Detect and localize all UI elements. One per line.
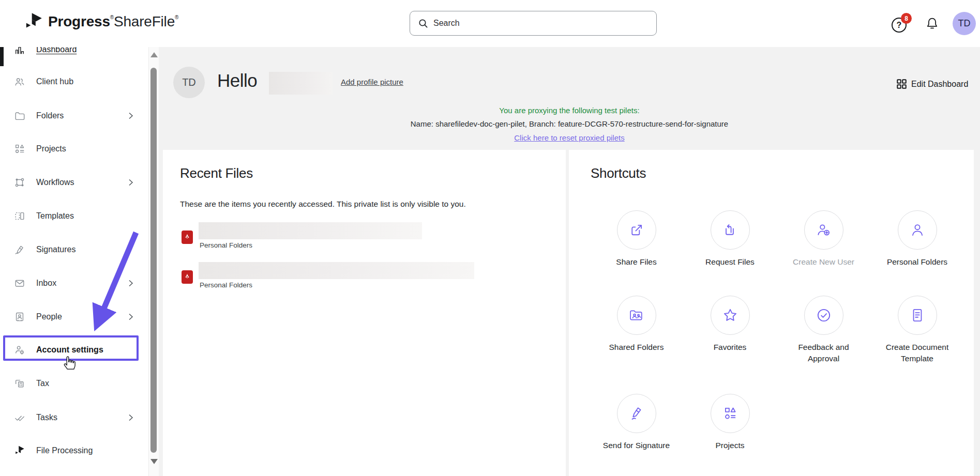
- shortcut-create-new-user[interactable]: Create New User: [777, 210, 870, 296]
- shortcut-label: Shared Folders: [609, 342, 664, 353]
- sidebar-item-client-hub[interactable]: Client hub: [0, 70, 147, 93]
- inbox-envelope-icon: [14, 278, 25, 289]
- shortcut-favorites[interactable]: Favorites: [683, 296, 777, 394]
- shortcut-share-files[interactable]: Share Files: [590, 210, 683, 296]
- shortcut-circle: [804, 296, 843, 335]
- shortcut-circle: [711, 394, 750, 433]
- sidebar-item-file-processing[interactable]: File Processing: [0, 439, 147, 462]
- redacted-file-name: [199, 222, 422, 239]
- shortcut-label: Create Document Template: [882, 342, 953, 364]
- sidebar-item-inbox[interactable]: Inbox: [0, 272, 147, 295]
- shortcut-personal-folders[interactable]: Personal Folders: [870, 210, 964, 296]
- pdf-file-icon: [182, 270, 193, 284]
- shortcut-circle: [711, 296, 750, 335]
- sidebar-item-label: People: [36, 312, 62, 321]
- create-document-template-icon: [909, 307, 926, 324]
- file-processing-icon: [14, 445, 25, 456]
- progress-logo-icon: [23, 11, 44, 32]
- shortcut-label: Feedback and Approval: [788, 342, 860, 364]
- recent-file-item[interactable]: Personal Folders: [163, 262, 525, 298]
- recent-files-card: Recent Files These are the items you rec…: [163, 150, 566, 476]
- shortcut-circle: [804, 210, 843, 250]
- search-icon: [418, 19, 428, 28]
- recent-files-description: These are the items you recently accesse…: [180, 199, 466, 209]
- recent-files-title: Recent Files: [180, 165, 253, 181]
- edit-dashboard-button[interactable]: Edit Dashboard: [897, 79, 968, 89]
- scrollbar-down-arrow[interactable]: [150, 459, 158, 464]
- shortcut-create-document-template[interactable]: Create Document Template: [870, 296, 964, 394]
- help-badge: 8: [901, 13, 912, 24]
- user-avatar[interactable]: TD: [953, 12, 976, 35]
- sidebar-scrollbar-thumb[interactable]: [150, 68, 157, 453]
- recent-file-item[interactable]: Personal Folders: [163, 222, 525, 258]
- notifications-bell-icon[interactable]: [925, 16, 939, 31]
- sidebar-item-label: Folders: [36, 111, 64, 120]
- shortcut-label: Create New User: [793, 256, 854, 268]
- chevron-right-icon: [126, 412, 136, 423]
- shortcut-send-for-signature[interactable]: Send for Signature: [590, 394, 683, 451]
- sidebar-item-templates[interactable]: Templates: [0, 205, 147, 227]
- chevron-right-icon: [126, 177, 136, 188]
- create-new-user-icon: [816, 222, 832, 238]
- share-files-icon: [628, 222, 645, 238]
- reset-proxied-pilets-link[interactable]: Click here to reset proxied pilets: [514, 133, 624, 142]
- shortcut-circle: [617, 210, 656, 250]
- shortcuts-title: Shortcuts: [591, 165, 646, 181]
- shortcut-circle: [617, 394, 656, 433]
- shortcut-label: Send for Signature: [603, 440, 670, 451]
- greeting-text: Hello: [217, 70, 257, 91]
- dashboard-grid-icon: [897, 79, 907, 89]
- shortcuts-card: Shortcuts Share Files: [569, 150, 974, 476]
- sharefile-dashboard: Progress®ShareFile® ? 8 TD Dashboard: [0, 0, 980, 476]
- proxy-notice: You are proxying the following test pile…: [159, 106, 980, 143]
- shortcut-label: Projects: [716, 440, 745, 451]
- sidebar-item-people[interactable]: People: [0, 305, 147, 328]
- sidebar-item-account-settings[interactable]: Account settings: [0, 339, 147, 361]
- projects-icon: [14, 143, 25, 155]
- sidebar-item-label: Templates: [36, 211, 74, 221]
- templates-icon: [14, 210, 25, 222]
- sidebar-item-dashboard[interactable]: Dashboard: [0, 47, 147, 61]
- folder-icon: [14, 110, 25, 121]
- help-button[interactable]: ? 8: [892, 16, 914, 36]
- sidebar-nav: Dashboard Client hub Folders: [0, 47, 159, 476]
- tasks-double-check-icon: [14, 412, 25, 423]
- sidebar-item-label: Client hub: [36, 77, 73, 86]
- sidebar-item-projects[interactable]: Projects: [0, 137, 147, 160]
- shortcut-feedback-approval[interactable]: Feedback and Approval: [777, 296, 870, 394]
- shortcut-projects[interactable]: Projects: [683, 394, 777, 451]
- sidebar-item-tax[interactable]: Tax: [0, 372, 147, 395]
- sidebar-item-workflows[interactable]: Workflows: [0, 171, 147, 194]
- shortcut-shared-folders[interactable]: Shared Folders: [590, 296, 683, 394]
- dashboard-icon: [14, 47, 25, 55]
- top-header: Progress®ShareFile® ? 8 TD: [0, 0, 980, 47]
- sidebar-item-label: Account settings: [36, 345, 103, 355]
- sidebar-item-folders[interactable]: Folders: [0, 104, 147, 127]
- shortcut-label: Personal Folders: [887, 256, 947, 268]
- sidebar-item-label: Tasks: [36, 413, 57, 422]
- sidebar-item-label: Projects: [36, 144, 66, 153]
- send-for-signature-pen-icon: [628, 405, 645, 422]
- sidebar-item-label: Workflows: [36, 178, 74, 187]
- request-files-icon: [722, 222, 738, 238]
- sidebar-item-label: File Processing: [36, 446, 93, 455]
- logo-wordmark: Progress®ShareFile®: [48, 13, 178, 30]
- personal-folders-icon: [909, 222, 926, 238]
- shortcut-circle: [898, 296, 937, 335]
- sidebar-item-tasks[interactable]: Tasks: [0, 406, 147, 429]
- scrollbar-up-arrow[interactable]: [150, 52, 158, 57]
- edit-dashboard-label: Edit Dashboard: [911, 80, 968, 89]
- pdf-file-icon: [182, 231, 193, 244]
- proxy-notice-line2: Name: sharefiledev-doc-gen-pilet, Branch…: [159, 119, 980, 128]
- tax-icon: [14, 378, 25, 389]
- chevron-right-icon: [126, 312, 136, 322]
- global-search[interactable]: [410, 11, 657, 36]
- chevron-right-icon: [126, 278, 136, 288]
- sidebar-item-signatures[interactable]: Signatures: [0, 238, 147, 261]
- progress-sharefile-logo: Progress®ShareFile®: [23, 11, 178, 32]
- add-profile-picture-link[interactable]: Add profile picture: [341, 78, 403, 86]
- shortcut-circle: [617, 296, 656, 335]
- shortcut-request-files[interactable]: Request Files: [683, 210, 777, 296]
- search-input[interactable]: [433, 19, 648, 28]
- file-location: Personal Folders: [200, 241, 252, 249]
